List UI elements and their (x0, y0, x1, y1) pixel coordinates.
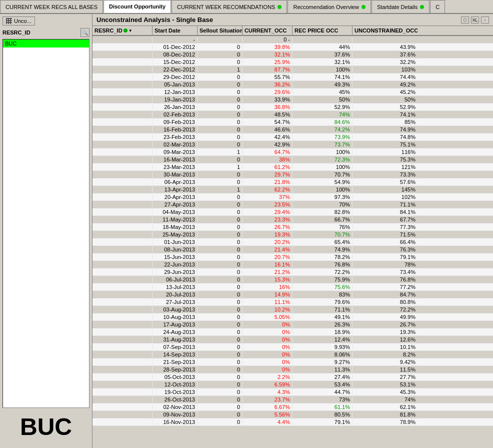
dropdown-arrow[interactable]: ▼ (128, 28, 132, 33)
cell-sellout: 0 (198, 58, 242, 66)
cell-unconstrained-occ: 45.3% (352, 388, 418, 396)
table-row[interactable]: 23-Mar-2013 1 61.2% 100% 121% (92, 164, 493, 171)
cell-resrc-id (92, 261, 152, 268)
table-row[interactable]: 15-Jun-2013 0 20.7% 78.2% 79.1% (92, 254, 493, 261)
table-row[interactable]: 16-Mar-2013 0 38% 72.3% 75.3% (92, 156, 493, 164)
table-row[interactable]: - 0 - (92, 36, 493, 44)
table-row[interactable]: 20-Apr-2013 0 37% 97.3% 102% (92, 194, 493, 201)
tab-discount-opportunity[interactable]: Discount Opportunity (104, 0, 171, 13)
table-row[interactable]: 02-Nov-2013 0 6.67% 61.1% 62.1% (92, 404, 493, 411)
cell-start-date: 15-Jun-2013 (152, 254, 198, 260)
col-header-unconstrained-occ: UNCONSTRAINED_OCC (352, 26, 418, 35)
table-row[interactable]: 07-Sep-2013 0 0% 9.93% 10.1% (92, 344, 493, 351)
panel-xl-button[interactable]: XL (471, 16, 479, 24)
cell-unconstrained-occ: 74% (352, 396, 418, 403)
table-row[interactable]: 09-Mar-2013 1 64.7% 100% 116% (92, 148, 493, 156)
cell-current-occ: 21.4% (242, 246, 292, 253)
cell-resrc-id (92, 418, 152, 426)
cell-sellout: 0 (198, 126, 242, 133)
table-row[interactable]: 16-Feb-2013 0 46.6% 74.2% 74.9% (92, 126, 493, 134)
table-row[interactable]: 22-Jun-2013 0 16.1% 76.8% 78% (92, 261, 493, 268)
table-row[interactable]: 09-Nov-2013 0 5.56% 80.5% 81.8% (92, 411, 493, 418)
resource-item-buc[interactable]: BUC (3, 40, 89, 48)
cell-resrc-id (92, 404, 152, 410)
cell-resrc-id (92, 396, 152, 403)
table-row[interactable]: 03-Aug-2013 0 10.2% 71.1% 72.2% (92, 306, 493, 314)
table-row[interactable]: 19-Jan-2013 0 33.9% 50% 50% (92, 96, 493, 104)
table-row[interactable]: 15-Dec-2012 0 25.9% 32.1% 32.2% (92, 58, 493, 66)
table-row[interactable]: 20-Jul-2013 0 14.9% 83% 84.7% (92, 291, 493, 298)
table-row[interactable]: 04-May-2013 0 29.4% 82.8% 84.1% (92, 208, 493, 216)
tab-startdate-details[interactable]: Startdate Details (372, 0, 430, 13)
cell-start-date: 20-Jul-2013 (152, 291, 198, 298)
table-row[interactable]: 08-Jun-2013 0 21.4% 74.9% 76.3% (92, 246, 493, 254)
cell-current-occ: 25.9% (242, 58, 292, 66)
cell-resrc-id (92, 351, 152, 358)
table-row[interactable]: 19-Oct-2013 0 4.3% 44.7% 45.3% (92, 388, 493, 396)
table-row[interactable]: 26-Jan-2013 0 36.8% 52.9% 52.9% (92, 104, 493, 111)
cell-resrc-id (92, 306, 152, 313)
search-button[interactable]: 🔍 (80, 28, 90, 37)
table-row[interactable]: 01-Dec-2012 0 39.8% 44% 43.9% (92, 44, 493, 51)
cell-start-date: 15-Dec-2012 (152, 58, 198, 66)
table-row[interactable]: 06-Apr-2013 0 21.8% 54.9% 57.6% (92, 178, 493, 186)
table-row[interactable]: 09-Feb-2013 0 54.7% 84.6% 85% (92, 118, 493, 126)
cell-current-occ: 5.05% (242, 314, 292, 320)
table-row[interactable]: 16-Nov-2013 0 4.4% 79.1% 78.9% (92, 418, 493, 426)
cell-rec-price-occ: 72.3% (292, 156, 352, 163)
panel-minimize-button[interactable]: - (481, 16, 489, 24)
table-row[interactable]: 25-May-2013 0 19.3% 70.7% 71.5% (92, 231, 493, 238)
table-row[interactable]: 31-Aug-2013 0 0% 12.4% 12.6% (92, 336, 493, 344)
table-row[interactable]: 06-Jul-2013 0 15.3% 75.9% 76.8% (92, 276, 493, 284)
cell-start-date: 05-Jan-2013 (152, 81, 198, 88)
table-row[interactable]: 24-Aug-2013 0 0% 18.9% 19.3% (92, 328, 493, 336)
table-row[interactable]: 05-Jan-2013 0 36.2% 49.3% 49.2% (92, 81, 493, 88)
cell-resrc-id (92, 411, 152, 418)
cell-current-occ: 21.8% (242, 178, 292, 186)
table-row[interactable]: 22-Dec-2012 1 87.7% 100% 103% (92, 66, 493, 74)
table-row[interactable]: 29-Jun-2013 0 21.2% 72.2% 73.4% (92, 268, 493, 276)
cell-sellout: 0 (198, 298, 242, 306)
tab-c[interactable]: C (430, 0, 445, 13)
table-row[interactable]: 21-Sep-2013 0 0% 9.27% 9.42% (92, 358, 493, 366)
table-row[interactable]: 10-Aug-2013 0 5.05% 49.1% 49.9% (92, 314, 493, 321)
cell-unconstrained-occ: 73.3% (352, 171, 418, 178)
table-row[interactable]: 05-Oct-2013 0 2.2% 27.4% 27.7% (92, 374, 493, 381)
table-row[interactable]: 11-May-2013 0 23.3% 66.7% 67.7% (92, 216, 493, 224)
cell-rec-price-occ: 76.8% (292, 261, 352, 268)
table-row[interactable]: 02-Feb-2013 0 48.5% 74% 74.1% (92, 111, 493, 118)
tab-current-week-recs[interactable]: CURRENT WEEK RECS ALL BASES (0, 0, 103, 13)
table-row[interactable]: 27-Apr-2013 0 23.5% 70% 71.1% (92, 201, 493, 208)
unco-button[interactable]: Unco... (2, 16, 35, 26)
table-row[interactable]: 29-Dec-2012 0 55.7% 74.1% 74.4% (92, 74, 493, 81)
cell-rec-price-occ: 8.06% (292, 351, 352, 358)
table-row[interactable]: 13-Jul-2013 0 16% 75.6% 77.2% (92, 284, 493, 291)
panel-restore-button[interactable]: □ (461, 16, 469, 24)
table-row[interactable]: 12-Oct-2013 0 6.59% 53.4% 53.1% (92, 381, 493, 388)
table-row[interactable]: 14-Sep-2013 0 0% 8.06% 8.2% (92, 351, 493, 358)
table-row[interactable]: 30-Mar-2013 0 29.7% 70.7% 73.3% (92, 171, 493, 178)
table-row[interactable]: 17-Aug-2013 0 0% 26.3% 26.7% (92, 321, 493, 328)
cell-current-occ: 39.8% (242, 44, 292, 50)
table-row[interactable]: 02-Mar-2013 0 42.9% 73.7% 75.1% (92, 141, 493, 148)
table-row[interactable]: 18-May-2013 0 26.7% 76% 77.3% (92, 224, 493, 231)
table-row[interactable]: 27-Jul-2013 0 11.1% 79.6% 80.8% (92, 298, 493, 306)
cell-resrc-id (92, 88, 152, 96)
table-row[interactable]: 23-Feb-2013 0 42.4% 73.9% 74.8% (92, 134, 493, 141)
cell-resrc-id (92, 201, 152, 208)
table-row[interactable]: 26-Oct-2013 0 23.7% 73% 74% (92, 396, 493, 404)
cell-rec-price-occ: 84.6% (292, 118, 352, 126)
cell-unconstrained-occ: 78% (352, 261, 418, 268)
tab-current-week-recomendations[interactable]: CURRENT WEEK RECOMENDATIONS (172, 0, 287, 13)
cell-current-occ: 6.59% (242, 381, 292, 388)
table-row[interactable]: 12-Jan-2013 0 29.6% 45% 45.2% (92, 88, 493, 96)
cell-rec-price-occ: 44% (292, 44, 352, 50)
cell-rec-price-occ: 11.3% (292, 366, 352, 373)
table-row[interactable]: 08-Dec-2012 0 32.1% 37.6% 37.6% (92, 51, 493, 58)
tab-recommendation-overview[interactable]: Reccomendation Overview (288, 0, 370, 13)
cell-current-occ: 87.7% (242, 66, 292, 73)
table-row[interactable]: 01-Jun-2013 0 20.2% 65.4% 66.4% (92, 238, 493, 246)
table-row[interactable]: 13-Apr-2013 1 62.2% 100% 145% (92, 186, 493, 194)
table-row[interactable]: 28-Sep-2013 0 0% 11.3% 11.5% (92, 366, 493, 374)
cell-start-date: 19-Oct-2013 (152, 388, 198, 396)
